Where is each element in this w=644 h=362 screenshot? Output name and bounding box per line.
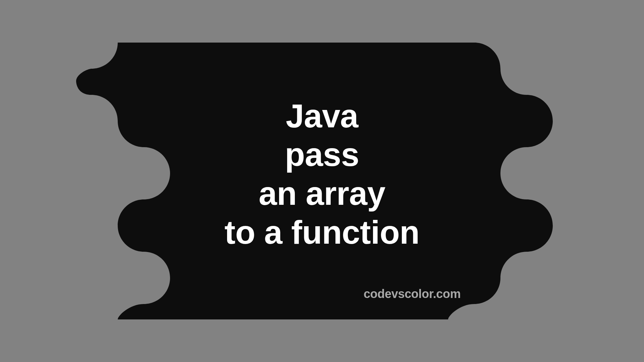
- page-frame: Java pass an array to a function codevsc…: [0, 0, 644, 362]
- title-line-1: Java: [224, 97, 419, 136]
- watermark-text: codevscolor.com: [364, 287, 461, 301]
- title-text: Java pass an array to a function: [224, 97, 419, 252]
- title-line-3: an array: [224, 174, 419, 213]
- title-line-4: to a function: [224, 213, 419, 252]
- image-container: Java pass an array to a function codevsc…: [0, 0, 644, 362]
- card: Java pass an array to a function codevsc…: [76, 43, 568, 319]
- title-line-2: pass: [224, 135, 419, 174]
- content-area: Java pass an array to a function codevsc…: [76, 43, 568, 319]
